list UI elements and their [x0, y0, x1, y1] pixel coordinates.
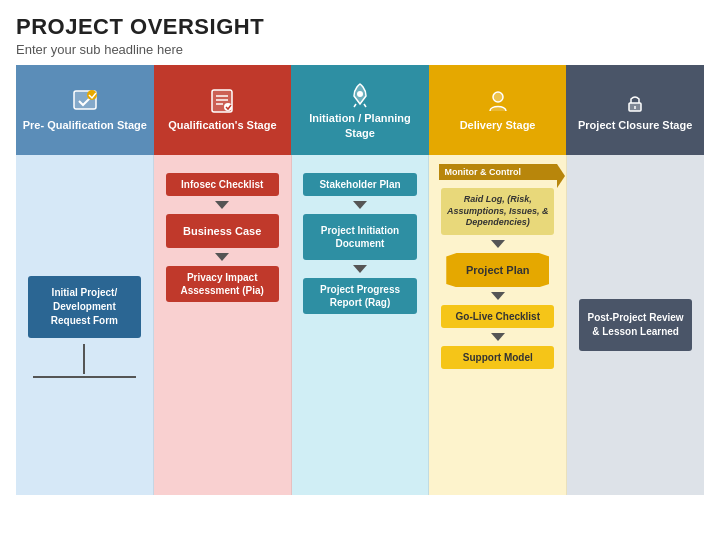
pid-box: Project Initiation Document	[303, 214, 416, 260]
col-body-closure: Post-Project Review & Lesson Learned	[567, 155, 704, 495]
closure-icon	[621, 87, 649, 115]
arrow-down-7	[491, 333, 505, 341]
init-label: Initiation / Planning Stage	[295, 111, 425, 140]
arrow-down-4	[353, 265, 367, 273]
monitor-control-wrapper: Monitor & Control	[439, 161, 557, 180]
diagram: Pre- Qualification Stage Qualification's…	[16, 65, 704, 495]
col-body-init: Stakeholder Plan Project Initiation Docu…	[292, 155, 430, 495]
closure-label: Project Closure Stage	[578, 118, 692, 132]
post-project-box: Post-Project Review & Lesson Learned	[579, 299, 692, 351]
arrow-down-3	[353, 201, 367, 209]
arrow-down-2	[215, 253, 229, 261]
preq-label: Pre- Qualification Stage	[23, 118, 147, 132]
arrow-down-5	[491, 240, 505, 248]
del-label: Delivery Stage	[460, 118, 536, 132]
main-title: PROJECT OVERSIGHT	[16, 14, 704, 40]
privacy-impact-box: Privacy Impact Assessment (Pia)	[166, 266, 279, 302]
col-header-del: Delivery Stage	[429, 65, 567, 155]
qual-icon	[208, 87, 236, 115]
monitor-banner: Monitor & Control	[439, 164, 557, 180]
business-case-box: Business Case	[166, 214, 279, 248]
body-row: Initial Project/ Development Request For…	[16, 155, 704, 495]
progress-report-box: Project Progress Report (Rag)	[303, 278, 416, 314]
arrow-down-6	[491, 292, 505, 300]
arrow-down-1	[215, 201, 229, 209]
col-body-preq: Initial Project/ Development Request For…	[16, 155, 154, 495]
page: PROJECT OVERSIGHT Enter your sub headlin…	[0, 0, 720, 540]
col-body-del: Monitor & Control Raid Log, (Risk, Assum…	[429, 155, 567, 495]
go-live-box: Go-Live Checklist	[441, 305, 554, 328]
sub-headline: Enter your sub headline here	[16, 42, 704, 57]
infosec-box: Infosec Checklist	[166, 173, 279, 196]
preq-icon	[71, 87, 99, 115]
banner-arrow	[557, 164, 565, 188]
col-header-preq: Pre- Qualification Stage	[16, 65, 154, 155]
svg-point-7	[357, 91, 363, 97]
col-header-closure: Project Closure Stage	[566, 65, 704, 155]
qual-label: Qualification's Stage	[168, 118, 276, 132]
col-body-qual: Infosec Checklist Business Case Privacy …	[154, 155, 292, 495]
header-row: Pre- Qualification Stage Qualification's…	[16, 65, 704, 155]
raid-log-box: Raid Log, (Risk, Assumptions, Issues, & …	[441, 188, 554, 235]
col-header-qual: Qualification's Stage	[154, 65, 292, 155]
stakeholder-box: Stakeholder Plan	[303, 173, 416, 196]
connector-h1	[33, 376, 136, 378]
init-icon	[346, 80, 374, 108]
del-icon	[484, 87, 512, 115]
col-header-init: Initiation / Planning Stage	[291, 65, 429, 155]
svg-point-8	[493, 92, 503, 102]
project-plan-box: Project Plan	[446, 253, 549, 287]
support-model-box: Support Model	[441, 346, 554, 369]
initial-project-box: Initial Project/ Development Request For…	[28, 276, 141, 338]
connector-v1	[83, 344, 85, 374]
